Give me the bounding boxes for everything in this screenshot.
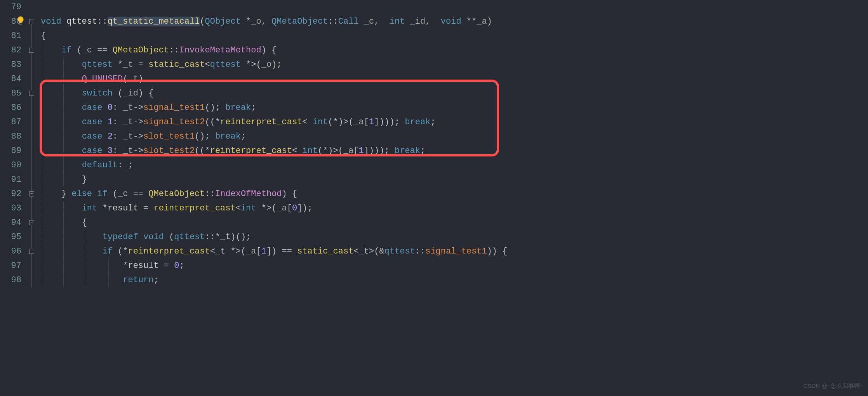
line-number: 97 <box>0 259 21 273</box>
line-number-gutter: 79 80 81 82 83 84 85 86 87 88 89 90 91 9… <box>0 0 25 396</box>
line-number: 91 <box>0 172 21 187</box>
fold-line <box>31 19 32 287</box>
line-number: 86 <box>0 101 21 115</box>
code-line[interactable]: if (_c == QMetaObject::InvokeMetaMethod)… <box>41 43 868 57</box>
code-line[interactable] <box>41 0 868 14</box>
function-name: qt_static_metacall <box>108 17 200 26</box>
svg-rect-0 <box>19 23 22 23</box>
line-number: 83 <box>0 57 21 72</box>
code-line[interactable]: } <box>41 172 868 187</box>
code-line[interactable]: void qttest::qt_static_metacall(QObject … <box>41 14 868 29</box>
line-number: 88 <box>0 129 21 144</box>
code-editor[interactable]: 79 80 81 82 83 84 85 86 87 88 89 90 91 9… <box>0 0 868 396</box>
line-number: 84 <box>0 72 21 86</box>
code-line[interactable]: { <box>41 29 868 43</box>
code-line[interactable]: qttest *_t = static_cast<qttest *>(_o); <box>41 57 868 72</box>
fold-toggle[interactable]: − <box>29 19 34 24</box>
line-number: 87 <box>0 115 21 129</box>
fold-column: − − − − − − <box>25 0 41 396</box>
code-line[interactable]: *result = 0; <box>41 259 868 273</box>
line-number: 94 <box>0 215 21 230</box>
fold-toggle[interactable]: − <box>29 249 34 254</box>
code-line[interactable]: case 1: _t->signal_test2((*reinterpret_c… <box>41 115 868 129</box>
line-number: 89 <box>0 144 21 158</box>
fold-toggle[interactable]: − <box>29 220 34 225</box>
code-line[interactable]: } else if (_c == QMetaObject::IndexOfMet… <box>41 187 868 201</box>
line-number: 85 <box>0 86 21 101</box>
code-line[interactable]: { <box>41 215 868 230</box>
line-number: 81 <box>0 29 21 43</box>
code-line[interactable]: return; <box>41 273 868 287</box>
code-line[interactable]: case 3: _t->slot_test2((*reinterpret_cas… <box>41 144 868 158</box>
line-number: 90 <box>0 158 21 172</box>
lightbulb-icon[interactable] <box>16 16 26 26</box>
code-line[interactable]: int *result = reinterpret_cast<int *>(_a… <box>41 201 868 215</box>
fold-toggle[interactable]: − <box>29 191 34 196</box>
line-number: 96 <box>0 244 21 259</box>
fold-toggle[interactable]: − <box>29 91 34 96</box>
fold-toggle[interactable]: − <box>29 48 34 53</box>
code-line[interactable]: case 2: _t->slot_test1(); break; <box>41 129 868 144</box>
line-number: 95 <box>0 230 21 244</box>
code-line[interactable]: typedef void (qttest::*_t)(); <box>41 230 868 244</box>
line-number: 98 <box>0 273 21 287</box>
code-line[interactable]: if (*reinterpret_cast<_t *>(_a[1]) == st… <box>41 244 868 259</box>
line-number: 93 <box>0 201 21 215</box>
code-line[interactable]: case 0: _t->signal_test1(); break; <box>41 101 868 115</box>
line-number: 92 <box>0 187 21 201</box>
line-number: 82 <box>0 43 21 57</box>
code-area[interactable]: void qttest::qt_static_metacall(QObject … <box>41 0 868 396</box>
line-number: 79 <box>0 0 21 14</box>
code-line[interactable]: Q_UNUSED(_t) <box>41 72 868 86</box>
code-line[interactable]: switch (_id) { <box>41 86 868 101</box>
code-line[interactable]: default: ; <box>41 158 868 172</box>
watermark: CSDN @~怎么回事啊~ <box>804 379 863 393</box>
